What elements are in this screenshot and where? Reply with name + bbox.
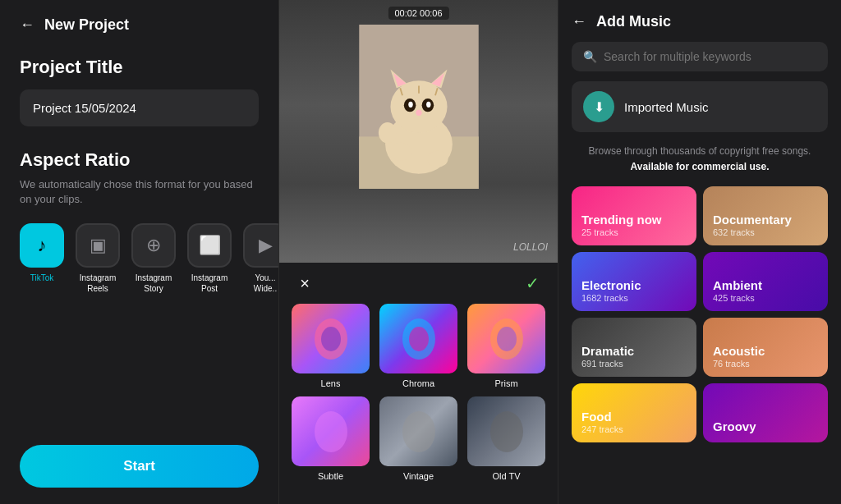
- tiktok-label: TikTok: [30, 273, 54, 283]
- instagram-story-label: Instagram Story: [131, 273, 176, 294]
- acoustic-title: Acoustic: [713, 344, 765, 359]
- svg-point-10: [408, 102, 412, 108]
- filter-oldtv-label: Old TV: [492, 471, 520, 481]
- aspect-youtube[interactable]: ▶ You... Wide..: [243, 223, 279, 294]
- aspect-ratio-desc: We automatically chose this format for y…: [20, 177, 259, 207]
- food-tracks: 247 tracks: [581, 424, 623, 434]
- imported-music-label: Imported Music: [624, 100, 709, 114]
- aspect-options: ♪ TikTok ▣ Instagram Reels ⊕ Instagram S…: [20, 223, 259, 294]
- new-project-panel: ← New Project Project Title Aspect Ratio…: [0, 0, 279, 504]
- music-card-dramatic[interactable]: Dramatic 691 tracks: [572, 318, 696, 377]
- filter-panel: 00:02 00:06 LOLLOI × ✓ Lens Chroma: [279, 0, 558, 504]
- filter-grid: Lens Chroma Prism Subtl: [279, 304, 558, 481]
- filter-prism[interactable]: Prism: [466, 304, 546, 388]
- trending-title: Trending now: [581, 213, 662, 227]
- instagram-post-icon: ⬜: [187, 223, 232, 268]
- svg-point-20: [321, 327, 341, 351]
- filter-prism-label: Prism: [494, 378, 517, 388]
- filter-chroma-preview: [379, 304, 457, 373]
- filter-vintage[interactable]: Vintage: [379, 396, 458, 481]
- electronic-tracks: 1682 tracks: [581, 293, 628, 303]
- browse-line2: Available for commercial use.: [631, 161, 770, 172]
- filter-lens-preview: [292, 304, 370, 373]
- back-nav: ← New Project: [20, 16, 259, 34]
- instagram-post-label: Instagram Post: [187, 273, 232, 294]
- music-card-acoustic[interactable]: Acoustic 76 tracks: [703, 318, 828, 377]
- filter-lens-label: Lens: [321, 378, 341, 388]
- svg-point-13: [388, 143, 411, 161]
- browse-line1: Browse through thousands of copyright fr…: [589, 145, 811, 157]
- svg-point-12: [416, 110, 421, 116]
- svg-point-24: [497, 327, 517, 351]
- acoustic-tracks: 76 tracks: [713, 359, 750, 369]
- back-arrow-icon[interactable]: ←: [20, 16, 34, 34]
- aspect-instagram-post[interactable]: ⬜ Instagram Post: [187, 223, 232, 294]
- music-card-food[interactable]: Food 247 tracks: [572, 383, 696, 442]
- panel1-title: New Project: [44, 16, 129, 34]
- aspect-instagram-story[interactable]: ⊕ Instagram Story: [131, 223, 176, 294]
- youtube-label: You... Wide..: [243, 273, 279, 294]
- filter-vintage-label: Vintage: [403, 471, 434, 481]
- svg-point-14: [427, 151, 448, 167]
- video-preview: 00:02 00:06 LOLLOI: [279, 0, 558, 263]
- groovy-title: Groovy: [713, 419, 756, 434]
- food-title: Food: [581, 410, 612, 424]
- instagram-reels-icon: ▣: [76, 223, 120, 268]
- music-card-ambient[interactable]: Ambient 425 tracks: [703, 252, 828, 311]
- filter-chroma[interactable]: Chroma: [379, 304, 458, 388]
- start-button[interactable]: Start: [20, 445, 259, 488]
- music-search-input[interactable]: [604, 50, 816, 63]
- svg-point-26: [402, 411, 435, 452]
- search-bar[interactable]: 🔍: [572, 42, 828, 71]
- instagram-reels-label: Instagram Reels: [76, 273, 120, 294]
- filter-subtle-preview: [292, 396, 370, 466]
- dramatic-title: Dramatic: [581, 344, 634, 359]
- filter-oldtv-preview: [467, 396, 545, 466]
- filter-prism-preview: [467, 304, 545, 373]
- filter-vintage-preview: [379, 396, 457, 466]
- video-controls: × ✓: [279, 263, 558, 304]
- svg-point-22: [409, 327, 429, 351]
- add-music-panel: ← Add Music 🔍 ⬇ Imported Music Browse th…: [558, 0, 841, 504]
- music-card-documentary[interactable]: Documentary 632 tracks: [703, 186, 828, 245]
- aspect-tiktok[interactable]: ♪ TikTok: [20, 223, 64, 294]
- instagram-story-icon: ⊕: [131, 223, 176, 268]
- filter-oldtv-thumb: [467, 396, 545, 466]
- imported-music-row[interactable]: ⬇ Imported Music: [572, 81, 828, 132]
- filter-subtle[interactable]: Subtle: [291, 396, 370, 481]
- video-timer: 00:02 00:06: [388, 7, 448, 20]
- aspect-instagram-reels[interactable]: ▣ Instagram Reels: [76, 223, 120, 294]
- browse-text: Browse through thousands of copyright fr…: [572, 144, 828, 175]
- filter-oldtv[interactable]: Old TV: [466, 396, 546, 481]
- ambient-title: Ambient: [713, 278, 762, 293]
- import-icon: ⬇: [583, 91, 614, 122]
- video-container: 00:02 00:06 LOLLOI: [279, 0, 558, 263]
- filter-prism-thumb: [467, 304, 545, 373]
- svg-point-11: [426, 102, 430, 108]
- tiktok-icon: ♪: [20, 223, 64, 268]
- youtube-icon: ▶: [243, 223, 279, 268]
- music-back-icon[interactable]: ←: [572, 13, 586, 30]
- music-genre-grid: Trending now 25 tracks Documentary 632 t…: [572, 186, 828, 442]
- music-panel-title: Add Music: [596, 13, 671, 30]
- aspect-ratio-label: Aspect Ratio: [20, 149, 259, 171]
- dramatic-tracks: 691 tracks: [581, 359, 623, 369]
- trending-tracks: 25 tracks: [581, 227, 618, 237]
- confirm-button[interactable]: ✓: [520, 271, 545, 296]
- close-button[interactable]: ×: [292, 271, 317, 296]
- music-card-groovy[interactable]: Groovy: [703, 383, 828, 442]
- ambient-tracks: 425 tracks: [713, 293, 755, 303]
- svg-point-25: [315, 411, 347, 452]
- filter-lens-thumb: [292, 304, 370, 373]
- filter-subtle-label: Subtle: [318, 471, 343, 481]
- svg-point-27: [490, 411, 523, 452]
- filter-vintage-thumb: [379, 396, 457, 466]
- music-card-trending[interactable]: Trending now 25 tracks: [572, 186, 696, 245]
- documentary-title: Documentary: [713, 213, 792, 227]
- svg-point-15: [378, 122, 396, 143]
- filter-chroma-label: Chroma: [402, 378, 434, 388]
- music-card-electronic[interactable]: Electronic 1682 tracks: [572, 252, 696, 311]
- electronic-title: Electronic: [581, 278, 641, 293]
- filter-lens[interactable]: Lens: [291, 304, 370, 388]
- project-title-input[interactable]: [20, 89, 259, 126]
